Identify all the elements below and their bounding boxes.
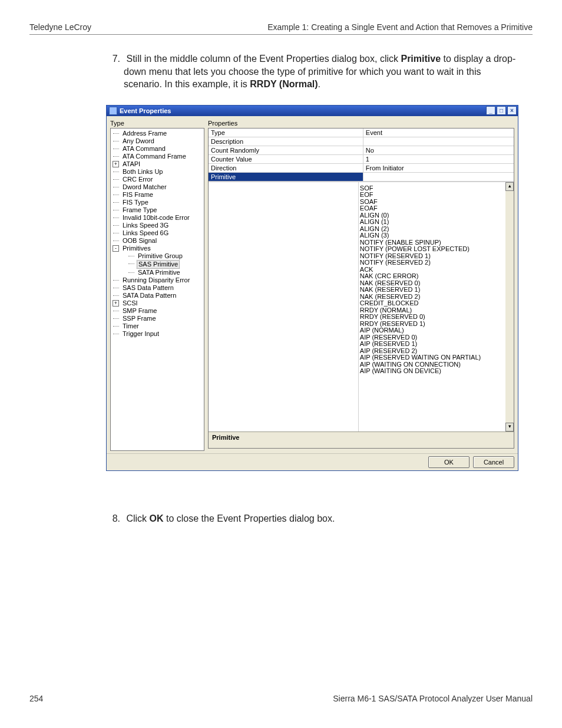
tree-links-speed-6g[interactable]: Links Speed 6G (121, 229, 170, 237)
tree-both-links-up[interactable]: Both Links Up (121, 168, 164, 176)
step-8-text: Click OK to close the Event Properties d… (126, 513, 335, 523)
prop-row-primitive[interactable]: Primitive (209, 173, 514, 182)
properties-grid: Type Event Description Count Randomly No (208, 128, 514, 449)
dialog-titlebar[interactable]: Event Properties _ □ × (107, 106, 518, 116)
step-7-pre: Still in the middle column of the Event … (126, 54, 401, 64)
prop-label-type: Type (209, 129, 363, 137)
tree-sata-data-pattern[interactable]: SATA Data Pattern (121, 292, 177, 299)
type-label: Type (110, 120, 204, 127)
tree-fis-frame[interactable]: FIS Frame (121, 191, 154, 199)
step-7-bold-primitive: Primitive (401, 54, 441, 64)
prop-row-counter-value[interactable]: Counter Value 1 (209, 155, 514, 164)
step-8-number: 8. (107, 512, 120, 525)
prop-value-description (363, 137, 514, 146)
tree-timer[interactable]: Timer (121, 322, 140, 330)
prop-label-primitive: Primitive (209, 173, 363, 181)
tree-trigger-input[interactable]: Trigger Input (121, 330, 160, 338)
tree-primitive-group[interactable]: Primitive Group (137, 252, 184, 260)
dropdown-scrollbar[interactable]: ▴ ▾ (505, 182, 514, 431)
primitive-option[interactable]: EOF (360, 192, 504, 199)
properties-label: Properties (208, 120, 514, 127)
scroll-up-icon[interactable]: ▴ (505, 182, 514, 191)
primitive-dropdown-list[interactable]: SOFEOFSOAFEOAFALIGN (0)ALIGN (1)ALIGN (2… (359, 182, 505, 431)
primitive-option[interactable]: NOTIFY (RESERVED 2) (360, 259, 504, 266)
header-left: Teledyne LeCroy (29, 22, 91, 32)
event-properties-dialog: Event Properties _ □ × Type Address Fram… (106, 105, 518, 471)
prop-row-count-randomly[interactable]: Count Randomly No (209, 146, 514, 155)
tree-ata-command[interactable]: ATA Command (121, 145, 167, 153)
prop-value-direction: From Initiator (363, 164, 514, 172)
prop-value-counter-value: 1 (363, 155, 514, 163)
prop-row-direction[interactable]: Direction From Initiator (209, 164, 514, 173)
tree-primitives[interactable]: Primitives (121, 245, 152, 252)
tree-ata-command-frame[interactable]: ATA Command Frame (121, 153, 187, 160)
close-button[interactable]: × (507, 106, 517, 115)
primitive-option[interactable]: SOF (360, 185, 504, 192)
step-7: 7. Still in the middle column of the Eve… (124, 52, 518, 91)
tree-address-frame[interactable]: Address Frame (121, 130, 168, 137)
tree-fis-type[interactable]: FIS Type (121, 199, 150, 206)
type-tree[interactable]: Address Frame Any Dword ATA Command ATA … (110, 128, 204, 451)
prop-label-counter-value: Counter Value (209, 155, 363, 163)
tree-any-dword[interactable]: Any Dword (121, 137, 156, 145)
app-icon (109, 107, 117, 115)
tree-ssp-frame[interactable]: SSP Frame (121, 315, 157, 322)
tree-dword-matcher[interactable]: Dword Matcher (121, 183, 168, 191)
tree-smp-frame[interactable]: SMP Frame (121, 307, 158, 315)
prop-row-description[interactable]: Description (209, 137, 514, 146)
step-7-post: . (318, 79, 320, 89)
prop-label-direction: Direction (209, 164, 363, 172)
maximize-button[interactable]: □ (497, 106, 506, 115)
tree-crc-error[interactable]: CRC Error (121, 176, 154, 183)
manual-title: Sierra M6-1 SAS/SATA Protocol Analyzer U… (333, 694, 533, 703)
scroll-down-icon[interactable]: ▾ (505, 423, 514, 431)
tree-sas-primitive[interactable]: SAS Primitive (137, 260, 180, 269)
step-8-post: to close the Event Properties dialog box… (164, 513, 335, 523)
tree-sas-data-pattern[interactable]: SAS Data Pattern (121, 284, 175, 292)
tree-sata-primitive[interactable]: SATA Primitive (137, 269, 181, 276)
tree-frame-type[interactable]: Frame Type (121, 206, 158, 214)
tree-invalid-10bit[interactable]: Invalid 10bit-code Error (121, 214, 191, 222)
prop-value-primitive (363, 173, 514, 181)
prop-value-type: Event (363, 129, 514, 137)
primitive-option[interactable]: SOAF (360, 199, 504, 206)
step-8-pre: Click (126, 513, 149, 523)
ok-button[interactable]: OK (428, 456, 470, 468)
tree-running-disparity[interactable]: Running Disparity Error (121, 276, 191, 284)
prop-label-count-randomly: Count Randomly (209, 146, 363, 154)
collapse-primitives-icon[interactable]: - (113, 245, 119, 252)
expand-scsi-icon[interactable]: + (113, 300, 119, 307)
expand-atapi-icon[interactable]: + (113, 161, 119, 167)
prop-label-description: Description (209, 137, 363, 146)
page-number: 254 (29, 694, 43, 703)
step-8: 8. Click OK to close the Event Propertie… (124, 512, 518, 525)
tree-oob-signal[interactable]: OOB Signal (121, 237, 158, 245)
prop-value-count-randomly: No (363, 146, 514, 154)
property-hint: Primitive (209, 431, 514, 448)
prop-row-type[interactable]: Type Event (209, 129, 514, 137)
step-7-number: 7. (107, 52, 120, 65)
step-7-bold-rrdy: RRDY (Normal) (250, 79, 318, 89)
header-right: Example 1: Creating a Single Event and A… (267, 22, 533, 32)
cancel-button[interactable]: Cancel (473, 456, 514, 468)
tree-scsi[interactable]: SCSI (121, 299, 139, 307)
step-7-text: Still in the middle column of the Event … (124, 54, 515, 89)
dialog-title: Event Properties (120, 107, 171, 114)
tree-links-speed-3g[interactable]: Links Speed 3G (121, 222, 170, 229)
header-rule (29, 34, 533, 35)
primitive-option[interactable]: AIP (WAITING ON DEVICE) (360, 368, 504, 375)
tree-atapi[interactable]: ATAPI (121, 160, 141, 168)
step-8-bold-ok: OK (150, 513, 164, 523)
minimize-button[interactable]: _ (486, 106, 495, 115)
